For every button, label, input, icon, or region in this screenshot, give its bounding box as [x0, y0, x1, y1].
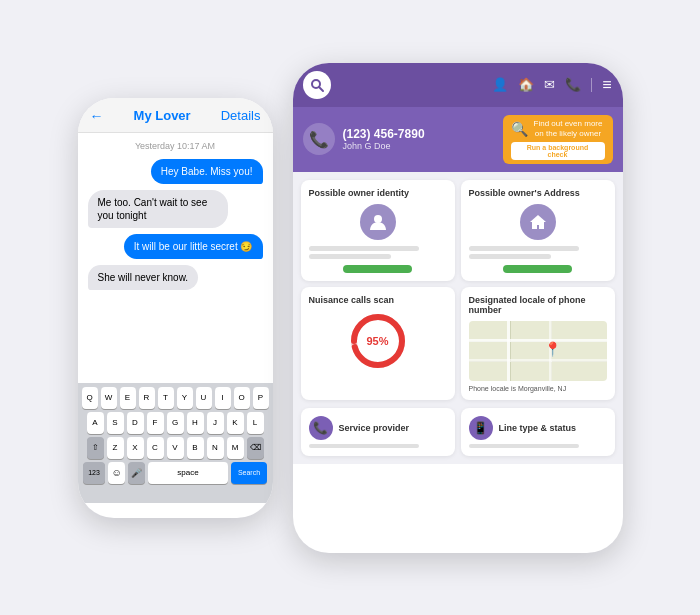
- back-arrow[interactable]: ←: [90, 108, 104, 124]
- keyboard-row-2: A S D F G H J K L: [82, 412, 269, 434]
- map-road: [469, 339, 607, 342]
- key-123[interactable]: 123: [83, 462, 105, 484]
- nuisance-donut-container: 95%: [309, 311, 447, 371]
- message-bubble: It will be our little secret 😏: [124, 234, 263, 259]
- bg-check-emoji: 🔍: [511, 121, 528, 137]
- line: [469, 254, 552, 259]
- service-provider-line: [309, 444, 419, 448]
- person-icon[interactable]: 👤: [492, 77, 508, 92]
- line: [309, 254, 392, 259]
- locale-card: Designated locale of phone number 📍 Phon…: [461, 287, 615, 400]
- caller-info: 📞 (123) 456-7890 John G Doe: [303, 123, 425, 155]
- key-i[interactable]: I: [215, 387, 231, 409]
- svg-point-2: [374, 215, 382, 223]
- left-phone: ← My Lover Details Yesterday 10:17 AM He…: [78, 98, 273, 518]
- bg-check-top: 🔍 Find out even more on the likely owner: [511, 119, 605, 140]
- line-type-card: 📱 Line type & status: [461, 408, 615, 456]
- keyboard: Q W E R T Y U I O P A S D F G H: [78, 383, 273, 503]
- line-type-line: [469, 444, 579, 448]
- header-divider: [591, 78, 592, 92]
- key-a[interactable]: A: [87, 412, 104, 434]
- key-o[interactable]: O: [234, 387, 250, 409]
- key-t[interactable]: T: [158, 387, 174, 409]
- key-g[interactable]: G: [167, 412, 184, 434]
- scene: ← My Lover Details Yesterday 10:17 AM He…: [58, 43, 643, 573]
- key-r[interactable]: R: [139, 387, 155, 409]
- message-timestamp: Yesterday 10:17 AM: [88, 141, 263, 151]
- message-bubble: Hey Babe. Miss you!: [151, 159, 263, 184]
- svg-line-1: [319, 87, 323, 91]
- app-header: 👤 🏠 ✉ 📞 ≡: [293, 63, 623, 107]
- key-c[interactable]: C: [147, 437, 164, 459]
- key-m[interactable]: M: [227, 437, 244, 459]
- bg-check-banner[interactable]: 🔍 Find out even more on the likely owner…: [503, 115, 613, 165]
- imessage-header: ← My Lover Details: [78, 98, 273, 133]
- key-v[interactable]: V: [167, 437, 184, 459]
- key-y[interactable]: Y: [177, 387, 193, 409]
- owner-identity-action-btn[interactable]: [343, 265, 412, 273]
- map-caption: Phone locale is Morganville, NJ: [469, 385, 607, 392]
- house-icon: [520, 204, 556, 240]
- app-logo: [303, 71, 331, 99]
- home-icon[interactable]: 🏠: [518, 77, 534, 92]
- map-road: [469, 359, 607, 362]
- nuisance-calls-title: Nuisance calls scan: [309, 295, 447, 305]
- map-road: [507, 321, 510, 381]
- key-d[interactable]: D: [127, 412, 144, 434]
- bg-check-text: Find out even more on the likely owner: [532, 119, 605, 140]
- owner-address-card: Possible owner's Address: [461, 180, 615, 281]
- key-w[interactable]: W: [101, 387, 117, 409]
- owner-identity-lines: [309, 246, 447, 259]
- key-l[interactable]: L: [247, 412, 264, 434]
- key-p[interactable]: P: [253, 387, 269, 409]
- phone-icon[interactable]: 📞: [565, 77, 581, 92]
- key-space[interactable]: space: [148, 462, 228, 484]
- details-link[interactable]: Details: [221, 108, 261, 123]
- keyboard-row-3: ⇧ Z X C V B N M ⌫: [82, 437, 269, 459]
- key-f[interactable]: F: [147, 412, 164, 434]
- key-u[interactable]: U: [196, 387, 212, 409]
- key-e[interactable]: E: [120, 387, 136, 409]
- keyboard-row-4: 123 ☺ 🎤 space Search: [82, 462, 269, 484]
- key-q[interactable]: Q: [82, 387, 98, 409]
- caller-details: (123) 456-7890 John G Doe: [343, 127, 425, 151]
- nuisance-donut: 95%: [348, 311, 408, 371]
- message-bubble: Me too. Can't wait to see you tonight: [88, 190, 228, 228]
- menu-icon[interactable]: ≡: [602, 76, 612, 94]
- key-shift[interactable]: ⇧: [87, 437, 104, 459]
- mail-icon[interactable]: ✉: [544, 77, 555, 92]
- contact-name: My Lover: [134, 108, 191, 123]
- owner-address-lines: [469, 246, 607, 259]
- caller-name: John G Doe: [343, 141, 425, 151]
- message-bubble: She will never know.: [88, 265, 199, 290]
- owner-address-title: Possible owner's Address: [469, 188, 607, 198]
- service-provider-icon: 📞: [309, 416, 333, 440]
- bottom-cards: 📞 Service provider 📱 Line type & status: [293, 408, 623, 464]
- owner-identity-title: Possible owner identity: [309, 188, 447, 198]
- key-s[interactable]: S: [107, 412, 124, 434]
- key-k[interactable]: K: [227, 412, 244, 434]
- service-provider-card: 📞 Service provider: [301, 408, 455, 456]
- owner-address-action-btn[interactable]: [503, 265, 572, 273]
- key-mic[interactable]: 🎤: [128, 462, 145, 484]
- key-z[interactable]: Z: [107, 437, 124, 459]
- key-emoji[interactable]: ☺: [108, 462, 125, 484]
- cards-grid: Possible owner identity P: [293, 172, 623, 408]
- key-b[interactable]: B: [187, 437, 204, 459]
- owner-identity-card: Possible owner identity: [301, 180, 455, 281]
- key-search[interactable]: Search: [231, 462, 267, 484]
- map-pin-icon: 📍: [544, 341, 561, 357]
- nuisance-percent-label: 95%: [366, 335, 388, 347]
- line: [309, 246, 419, 251]
- keyboard-row-1: Q W E R T Y U I O P: [82, 387, 269, 409]
- key-n[interactable]: N: [207, 437, 224, 459]
- key-backspace[interactable]: ⌫: [247, 437, 264, 459]
- key-j[interactable]: J: [207, 412, 224, 434]
- owner-avatar-icon: [360, 204, 396, 240]
- line-type-title: Line type & status: [499, 423, 577, 433]
- key-x[interactable]: X: [127, 437, 144, 459]
- run-background-check-button[interactable]: Run a background check: [511, 142, 605, 160]
- key-h[interactable]: H: [187, 412, 204, 434]
- caller-bar: 📞 (123) 456-7890 John G Doe 🔍 Find out e…: [293, 107, 623, 173]
- nuisance-calls-card: Nuisance calls scan 95%: [301, 287, 455, 400]
